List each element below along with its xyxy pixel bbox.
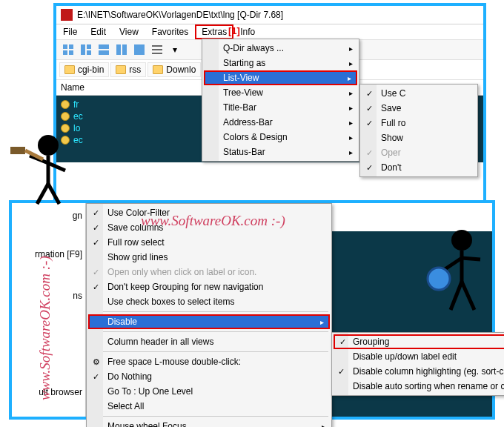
menu-disable-submenu: ✓Grouping Disable up/down label edit ✓Di… [331,332,504,396]
svg-rect-1 [69,44,73,49]
tb-view-icon[interactable] [148,42,166,58]
menu-item-list-view[interactable]: List-View▸ [204,70,357,85]
chevron-right-icon: ▸ [349,44,353,53]
menu-separator [90,416,328,417]
check-icon: ✓ [366,104,373,113]
menu-item-do-nothing[interactable]: ✓Do Nothing [88,369,330,384]
menu-item-column-header-all[interactable]: Column header in all views [88,334,330,349]
menu-separator [90,311,328,312]
folder-icon [64,65,75,74]
menu-item-color-filter[interactable]: ✓Use Color-Filter [88,205,330,220]
menu-item-qdir-always[interactable]: Q-Dir always ...▸ [204,41,357,56]
menu-item-starting-as[interactable]: Starting as▸ [204,56,357,70]
menu-item-address-bar[interactable]: Address-Bar▸ [204,115,357,130]
menu-file[interactable]: File [56,24,84,39]
chevron-right-icon: ▸ [349,119,353,127]
svg-rect-0 [63,44,67,49]
menu-edit[interactable]: Edit [84,24,113,39]
svg-rect-12 [152,45,162,47]
menu-separator [90,331,328,332]
tb-layout3-icon[interactable] [77,42,95,58]
left-truncated-panel: gn rmation [F9] ns ult browser [12,203,86,417]
svg-line-22 [25,150,43,159]
gear-icon [61,124,70,133]
check-icon: ✓ [93,223,99,233]
menu-item[interactable]: ✓Oper [362,145,476,160]
chevron-right-icon: ▸ [349,133,353,142]
window-title: E:\INET\SoftwareOK\VorlagenDE\txt\lng [Q… [77,10,283,20]
menu-item[interactable]: ✓Use C [362,86,476,101]
chevron-right-icon: ▸ [320,318,324,326]
svg-rect-5 [87,44,91,49]
menu-item-mouse-wheel-focus[interactable]: Mouse wheel Focus▸ [88,419,330,427]
check-icon: ✓ [93,208,99,218]
chevron-right-icon: ▸ [349,104,353,112]
svg-rect-4 [81,44,85,55]
menu-favorites[interactable]: Favorites [145,24,195,39]
menu-listview-peek: ✓Use C ✓Save ✓Full ro Show ✓Oper ✓Don't [359,84,478,177]
menu-item-free-space-dblclick[interactable]: ⚙Free space L-mouse double-click: [88,354,330,369]
menu-item-title-bar[interactable]: Title-Bar▸ [204,100,357,115]
menu-item-disable[interactable]: Disable▸ [88,314,330,329]
tb-layout2h-icon[interactable] [95,42,113,58]
menubar: File Edit View Favorites Extras Info [56,24,483,40]
folder-tab-download[interactable]: Downlo [147,62,201,77]
svg-rect-3 [69,50,73,55]
gear-icon [61,100,70,109]
gear-icon [61,136,70,145]
check-icon: ✓ [366,148,373,158]
chevron-right-icon: ▸ [349,148,353,156]
menu-item-grouping[interactable]: ✓Grouping [334,334,504,349]
svg-line-17 [30,156,48,163]
menu-item[interactable]: Show [362,130,476,145]
svg-rect-7 [99,44,109,49]
menu-view[interactable]: View [113,24,145,39]
annotation-1: [1] [228,25,240,36]
menu-item-tree-view[interactable]: Tree-View▸ [204,85,357,100]
svg-rect-8 [99,50,109,55]
menu-item-dont-keep-grouping[interactable]: ✓Don't keep Grouping for new navigation [88,279,330,294]
gear-icon: ⚙ [93,357,100,367]
folder-tab-rss[interactable]: rss [110,62,146,77]
menu-item-status-bar[interactable]: Status-Bar▸ [204,145,357,159]
menu-item[interactable]: ✓Full ro [362,116,476,130]
tb-dropdown-icon[interactable]: ▾ [166,42,184,58]
check-icon: ✓ [93,372,99,382]
tb-layout1-icon[interactable] [130,42,148,58]
menu-item-disable-label-edit[interactable]: Disable up/down label edit [334,349,504,364]
svg-rect-11 [134,44,145,55]
folder-icon [153,65,163,74]
check-icon: ✓ [338,367,345,377]
check-icon: ✓ [93,268,99,277]
check-icon: ✓ [339,337,346,347]
tb-layout2v-icon[interactable] [113,42,130,58]
svg-rect-21 [10,147,25,154]
top-frame: E:\INET\SoftwareOK\VorlagenDE\txt\lng [Q… [53,3,486,205]
menu-item-save-columns[interactable]: ✓Save columns [88,220,330,235]
menu-item[interactable]: ✓Don't [362,160,476,175]
menu-item-go-up[interactable]: Go To : Up One Level [88,384,330,399]
gear-icon [61,112,70,121]
menu-item-full-row-select[interactable]: ✓Full row select [88,235,330,250]
menu-item[interactable]: ✓Save [362,101,476,116]
chevron-right-icon: ▸ [322,423,325,428]
menu-item-disable-autosort[interactable]: Disable auto sorting when rename or cop [334,379,504,394]
check-icon: ✓ [366,119,373,128]
menu-item-select-all[interactable]: Select All [88,399,330,414]
svg-rect-10 [122,44,127,55]
check-icon: ✓ [366,163,373,173]
app-icon [61,9,73,21]
folder-tab-cgibin[interactable]: cgi-bin [59,62,109,77]
chevron-right-icon: ▸ [349,89,353,97]
check-icon: ✓ [366,89,373,99]
svg-rect-9 [116,44,121,55]
svg-rect-2 [63,50,67,55]
chevron-right-icon: ▸ [349,59,353,67]
menu-item-use-checkboxes[interactable]: Use check boxes to select items [88,294,330,309]
tb-layout4-icon[interactable] [59,42,77,58]
menu-item-disable-col-highlight[interactable]: ✓Disable column highlighting (eg. sort-c… [334,364,504,379]
menu-item-open-only-label[interactable]: ✓Open only when click on label or icon. [88,265,330,279]
check-icon: ✓ [93,282,99,292]
menu-item-show-gridlines[interactable]: Show grid lines [88,250,330,265]
menu-item-colors-design[interactable]: Colors & Design▸ [204,130,357,145]
